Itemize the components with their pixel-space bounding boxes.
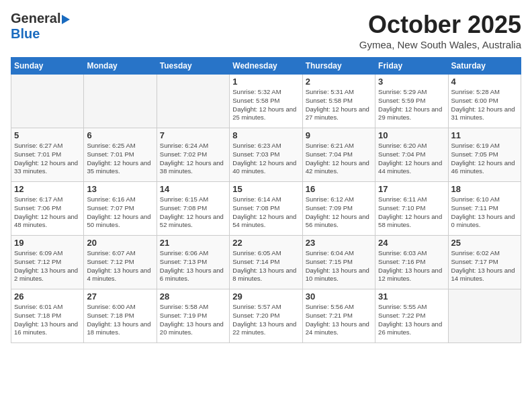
- day-number: 4: [451, 77, 518, 87]
- day-number: 18: [451, 184, 518, 194]
- calendar-day-cell: 22Sunrise: 6:05 AMSunset: 7:14 PMDayligh…: [230, 236, 302, 289]
- day-info: Sunrise: 6:12 AMSunset: 7:09 PMDaylight:…: [306, 195, 372, 230]
- day-info: Sunrise: 6:03 AMSunset: 7:16 PMDaylight:…: [378, 249, 445, 283]
- day-info: Sunrise: 5:57 AMSunset: 7:20 PMDaylight:…: [232, 303, 299, 337]
- logo-blue: Blue: [11, 26, 40, 41]
- logo-arrow-icon: [62, 15, 70, 24]
- day-info: Sunrise: 6:20 AMSunset: 7:04 PMDaylight:…: [378, 142, 445, 176]
- day-info: Sunrise: 6:02 AMSunset: 7:17 PMDaylight:…: [451, 249, 518, 283]
- weekday-header: Sunday: [11, 58, 84, 75]
- calendar-week-row: 19Sunrise: 6:09 AMSunset: 7:12 PMDayligh…: [11, 236, 521, 289]
- day-info: Sunrise: 6:00 AMSunset: 7:18 PMDaylight:…: [87, 303, 153, 337]
- weekday-header: Wednesday: [230, 58, 302, 75]
- calendar-day-cell: 25Sunrise: 6:02 AMSunset: 7:17 PMDayligh…: [448, 236, 521, 289]
- day-number: 8: [232, 130, 299, 140]
- weekday-header: Tuesday: [157, 58, 229, 75]
- calendar-day-cell: 3Sunrise: 5:29 AMSunset: 5:59 PMDaylight…: [375, 75, 448, 128]
- day-number: 12: [14, 184, 81, 194]
- calendar-table: SundayMondayTuesdayWednesdayThursdayFrid…: [11, 57, 521, 343]
- day-number: 23: [306, 238, 372, 248]
- calendar-day-cell: 20Sunrise: 6:07 AMSunset: 7:12 PMDayligh…: [84, 236, 157, 289]
- calendar-day-cell: [84, 75, 157, 128]
- location: Gymea, New South Wales, Australia: [359, 39, 521, 50]
- weekday-header: Saturday: [448, 58, 521, 75]
- day-number: 31: [378, 291, 445, 302]
- day-number: 30: [306, 291, 372, 302]
- day-number: 14: [160, 184, 226, 194]
- day-number: 3: [378, 77, 445, 87]
- logo: General Blue: [11, 11, 70, 42]
- calendar-day-cell: 13Sunrise: 6:16 AMSunset: 7:07 PMDayligh…: [84, 182, 157, 236]
- day-info: Sunrise: 5:56 AMSunset: 7:21 PMDaylight:…: [306, 303, 372, 337]
- day-number: 15: [232, 184, 299, 194]
- weekday-header: Friday: [375, 58, 448, 75]
- weekday-header: Thursday: [302, 58, 375, 75]
- day-info: Sunrise: 5:28 AMSunset: 6:00 PMDaylight:…: [451, 88, 518, 122]
- day-info: Sunrise: 5:29 AMSunset: 5:59 PMDaylight:…: [378, 88, 445, 122]
- day-number: 9: [306, 130, 372, 140]
- calendar-day-cell: 17Sunrise: 6:11 AMSunset: 7:10 PMDayligh…: [375, 182, 448, 236]
- day-number: 11: [451, 130, 518, 140]
- day-number: 28: [160, 291, 226, 302]
- calendar-day-cell: 12Sunrise: 6:17 AMSunset: 7:06 PMDayligh…: [11, 182, 84, 236]
- calendar-day-cell: 31Sunrise: 5:55 AMSunset: 7:22 PMDayligh…: [375, 289, 448, 343]
- calendar-week-row: 1Sunrise: 5:32 AMSunset: 5:58 PMDaylight…: [11, 75, 521, 128]
- calendar-day-cell: [11, 75, 84, 128]
- month-title: October 2025: [359, 11, 521, 39]
- day-info: Sunrise: 6:23 AMSunset: 7:03 PMDaylight:…: [232, 142, 299, 176]
- calendar-day-cell: 28Sunrise: 5:58 AMSunset: 7:19 PMDayligh…: [157, 289, 229, 343]
- day-info: Sunrise: 6:15 AMSunset: 7:08 PMDaylight:…: [160, 195, 226, 230]
- day-number: 25: [451, 238, 518, 248]
- calendar-day-cell: 9Sunrise: 6:21 AMSunset: 7:04 PMDaylight…: [302, 128, 375, 182]
- calendar-day-cell: 1Sunrise: 5:32 AMSunset: 5:58 PMDaylight…: [230, 75, 302, 128]
- calendar-day-cell: 21Sunrise: 6:06 AMSunset: 7:13 PMDayligh…: [157, 236, 229, 289]
- day-info: Sunrise: 5:31 AMSunset: 5:58 PMDaylight:…: [306, 88, 372, 122]
- day-info: Sunrise: 6:07 AMSunset: 7:12 PMDaylight:…: [87, 249, 153, 283]
- day-info: Sunrise: 6:10 AMSunset: 7:11 PMDaylight:…: [451, 195, 518, 230]
- day-info: Sunrise: 6:01 AMSunset: 7:18 PMDaylight:…: [14, 303, 81, 337]
- day-info: Sunrise: 6:27 AMSunset: 7:01 PMDaylight:…: [14, 142, 81, 176]
- calendar-day-cell: 2Sunrise: 5:31 AMSunset: 5:58 PMDaylight…: [302, 75, 375, 128]
- calendar-day-cell: 18Sunrise: 6:10 AMSunset: 7:11 PMDayligh…: [448, 182, 521, 236]
- day-number: 5: [14, 130, 81, 140]
- calendar-day-cell: 4Sunrise: 5:28 AMSunset: 6:00 PMDaylight…: [448, 75, 521, 128]
- calendar-day-cell: [157, 75, 229, 128]
- day-info: Sunrise: 6:19 AMSunset: 7:05 PMDaylight:…: [451, 142, 518, 176]
- day-info: Sunrise: 6:16 AMSunset: 7:07 PMDaylight:…: [87, 195, 153, 230]
- calendar-day-cell: 7Sunrise: 6:24 AMSunset: 7:02 PMDaylight…: [157, 128, 229, 182]
- day-info: Sunrise: 6:25 AMSunset: 7:01 PMDaylight:…: [87, 142, 153, 176]
- calendar-day-cell: 8Sunrise: 6:23 AMSunset: 7:03 PMDaylight…: [230, 128, 302, 182]
- calendar-week-row: 12Sunrise: 6:17 AMSunset: 7:06 PMDayligh…: [11, 182, 521, 236]
- day-info: Sunrise: 6:04 AMSunset: 7:15 PMDaylight:…: [306, 249, 372, 283]
- day-info: Sunrise: 6:24 AMSunset: 7:02 PMDaylight:…: [160, 142, 226, 176]
- day-number: 2: [306, 77, 372, 87]
- logo-general: General: [11, 11, 60, 26]
- day-number: 27: [87, 291, 153, 302]
- calendar-week-row: 5Sunrise: 6:27 AMSunset: 7:01 PMDaylight…: [11, 128, 521, 182]
- calendar-day-cell: 5Sunrise: 6:27 AMSunset: 7:01 PMDaylight…: [11, 128, 84, 182]
- calendar-day-cell: 6Sunrise: 6:25 AMSunset: 7:01 PMDaylight…: [84, 128, 157, 182]
- day-info: Sunrise: 5:32 AMSunset: 5:58 PMDaylight:…: [232, 88, 299, 122]
- day-info: Sunrise: 6:21 AMSunset: 7:04 PMDaylight:…: [306, 142, 372, 176]
- weekday-header-row: SundayMondayTuesdayWednesdayThursdayFrid…: [11, 58, 521, 75]
- day-number: 16: [306, 184, 372, 194]
- day-info: Sunrise: 6:05 AMSunset: 7:14 PMDaylight:…: [232, 249, 299, 283]
- day-info: Sunrise: 6:14 AMSunset: 7:08 PMDaylight:…: [232, 195, 299, 230]
- day-number: 10: [378, 130, 445, 140]
- calendar-week-row: 26Sunrise: 6:01 AMSunset: 7:18 PMDayligh…: [11, 289, 521, 343]
- calendar-day-cell: 23Sunrise: 6:04 AMSunset: 7:15 PMDayligh…: [302, 236, 375, 289]
- day-info: Sunrise: 6:06 AMSunset: 7:13 PMDaylight:…: [160, 249, 226, 283]
- day-number: 22: [232, 238, 299, 248]
- calendar-day-cell: 14Sunrise: 6:15 AMSunset: 7:08 PMDayligh…: [157, 182, 229, 236]
- day-number: 24: [378, 238, 445, 248]
- calendar-day-cell: 11Sunrise: 6:19 AMSunset: 7:05 PMDayligh…: [448, 128, 521, 182]
- calendar-day-cell: 24Sunrise: 6:03 AMSunset: 7:16 PMDayligh…: [375, 236, 448, 289]
- title-area: October 2025 Gymea, New South Wales, Aus…: [359, 11, 521, 50]
- day-number: 29: [232, 291, 299, 302]
- day-info: Sunrise: 6:09 AMSunset: 7:12 PMDaylight:…: [14, 249, 81, 283]
- calendar-day-cell: 27Sunrise: 6:00 AMSunset: 7:18 PMDayligh…: [84, 289, 157, 343]
- day-number: 20: [87, 238, 153, 248]
- day-number: 6: [87, 130, 153, 140]
- calendar-day-cell: 16Sunrise: 6:12 AMSunset: 7:09 PMDayligh…: [302, 182, 375, 236]
- day-number: 7: [160, 130, 226, 140]
